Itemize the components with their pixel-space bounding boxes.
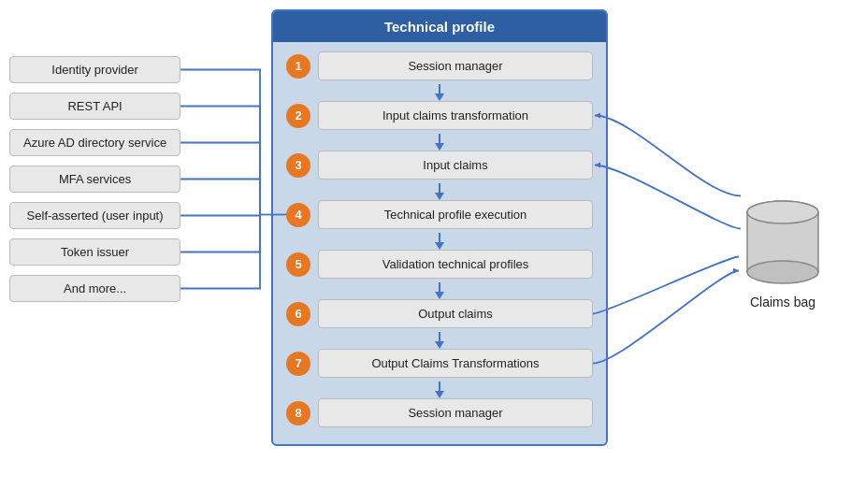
arrow-down-4 bbox=[286, 282, 593, 299]
tp-step-row-4: 5Validation technical profiles bbox=[286, 250, 593, 279]
left-box-0: Identity provider bbox=[9, 56, 180, 83]
claims-bag-label: Claims bag bbox=[750, 295, 815, 310]
step-box-5: Output claims bbox=[318, 299, 593, 328]
left-box-5: Token issuer bbox=[9, 238, 180, 266]
svg-point-17 bbox=[747, 201, 818, 223]
step-box-0: Session manager bbox=[318, 51, 593, 80]
arrow-down-6 bbox=[286, 382, 593, 398]
tp-step-row-7: 8Session manager bbox=[286, 398, 593, 427]
left-box-4: Self-asserted (user input) bbox=[9, 202, 180, 229]
step-box-3: Technical profile execution bbox=[318, 200, 593, 229]
step-badge-0: 1 bbox=[286, 54, 310, 79]
svg-marker-5 bbox=[435, 193, 444, 200]
technical-profile-panel: Technical profile 1Session manager 2Inpu… bbox=[271, 9, 608, 446]
svg-point-16 bbox=[747, 261, 818, 283]
arrow-down-5 bbox=[286, 332, 593, 349]
tp-step-row-2: 3Input claims bbox=[286, 151, 593, 180]
step-box-4: Validation technical profiles bbox=[318, 250, 593, 279]
arrow-down-1 bbox=[286, 134, 593, 151]
tp-step-row-1: 2Input claims transformation bbox=[286, 101, 593, 130]
left-box-6: And more... bbox=[9, 275, 180, 302]
tp-step-row-5: 6Output claims bbox=[286, 299, 593, 328]
left-box-2: Azure AD directory service bbox=[9, 129, 180, 156]
svg-marker-1 bbox=[435, 94, 444, 101]
tp-header: Technical profile bbox=[273, 11, 606, 42]
svg-marker-13 bbox=[435, 391, 444, 398]
claims-bag-icon bbox=[741, 195, 825, 289]
step-badge-3: 4 bbox=[286, 203, 310, 227]
tp-step-row-6: 7Output Claims Transformations bbox=[286, 349, 593, 378]
step-badge-4: 5 bbox=[286, 252, 310, 277]
svg-marker-3 bbox=[435, 143, 444, 151]
step-badge-2: 3 bbox=[286, 153, 310, 178]
diagram: Identity providerREST APIAzure AD direct… bbox=[0, 0, 851, 504]
svg-marker-11 bbox=[435, 341, 444, 349]
step-box-6: Output Claims Transformations bbox=[318, 349, 593, 378]
arrow-down-2 bbox=[286, 183, 593, 200]
left-panel: Identity providerREST APIAzure AD direct… bbox=[9, 56, 180, 302]
tp-step-row-0: 1Session manager bbox=[286, 51, 593, 80]
step-badge-7: 8 bbox=[286, 401, 310, 425]
svg-marker-22 bbox=[733, 268, 739, 274]
step-badge-5: 6 bbox=[286, 302, 310, 326]
claims-bag: Claims bag bbox=[741, 195, 825, 310]
svg-marker-9 bbox=[435, 292, 444, 299]
left-box-1: REST API bbox=[9, 93, 180, 120]
svg-marker-7 bbox=[435, 242, 444, 250]
step-box-7: Session manager bbox=[318, 398, 593, 427]
step-badge-1: 2 bbox=[286, 104, 310, 128]
step-badge-6: 7 bbox=[286, 352, 310, 376]
step-box-2: Input claims bbox=[318, 151, 593, 180]
tp-step-row-3: 4Technical profile execution bbox=[286, 200, 593, 229]
left-box-3: MFA services bbox=[9, 166, 180, 193]
arrow-down-0 bbox=[286, 84, 593, 101]
step-box-1: Input claims transformation bbox=[318, 101, 593, 130]
arrow-down-3 bbox=[286, 233, 593, 250]
